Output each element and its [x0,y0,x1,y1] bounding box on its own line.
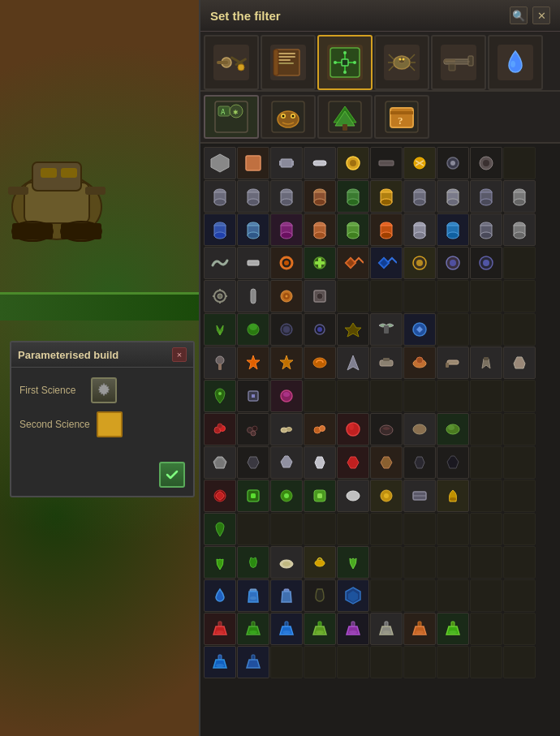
item-cell[interactable] [237,579,269,612]
filter-tab-tree[interactable] [317,95,373,139]
item-cell[interactable] [204,346,236,379]
item-cell[interactable] [204,247,236,279]
item-cell[interactable] [370,147,403,179]
item-cell[interactable] [370,446,403,479]
item-cell[interactable] [304,446,336,479]
item-cell[interactable] [270,247,303,279]
item-cell[interactable] [437,446,469,479]
cat-tab-circuit[interactable] [317,35,373,90]
item-cell[interactable] [337,213,369,246]
item-cell[interactable] [337,346,369,379]
item-cell[interactable] [237,413,269,445]
item-cell[interactable] [304,480,336,512]
item-cell[interactable] [304,413,336,445]
item-cell[interactable] [237,247,269,279]
filter-tab-monster[interactable] [261,95,316,139]
item-cell[interactable] [304,313,336,346]
item-cell[interactable] [237,646,269,678]
item-cell[interactable] [337,180,369,213]
item-cell[interactable] [304,579,336,612]
item-cell[interactable] [370,613,403,645]
item-cell[interactable] [304,613,336,645]
cat-tab-bot[interactable] [374,35,429,90]
item-cell[interactable] [370,413,403,445]
item-cell[interactable] [403,247,436,279]
item-cell[interactable] [270,446,303,479]
item-cell[interactable] [304,280,336,312]
item-cell[interactable] [270,380,303,412]
item-cell[interactable] [370,180,403,213]
item-cell[interactable] [337,413,369,445]
item-cell[interactable] [237,213,269,246]
item-cell[interactable] [437,147,469,179]
item-cell[interactable] [270,147,303,179]
item-cell[interactable] [470,147,502,179]
item-cell[interactable] [204,546,236,579]
item-cell[interactable] [204,380,236,412]
item-cell[interactable] [204,213,236,246]
item-cell[interactable] [270,480,303,512]
item-cell[interactable] [437,613,469,645]
item-cell[interactable] [204,613,236,645]
item-cell[interactable] [470,346,502,379]
param-confirm-button[interactable] [159,462,185,488]
item-cell[interactable] [270,579,303,612]
item-cell[interactable] [337,313,369,346]
item-cell[interactable] [337,546,369,579]
first-science-gear-button[interactable] [91,377,117,403]
item-cell[interactable] [204,480,236,512]
item-cell[interactable] [204,180,236,213]
item-cell[interactable] [337,579,369,612]
item-cell[interactable] [470,213,502,246]
item-cell[interactable] [437,213,469,246]
item-cell[interactable] [437,480,469,512]
item-cell[interactable] [304,180,336,213]
item-cell[interactable] [470,180,502,213]
item-cell[interactable] [403,613,436,645]
item-cell[interactable] [403,213,436,246]
item-cell[interactable] [403,147,436,179]
item-cell[interactable] [204,280,236,312]
item-cell[interactable] [237,180,269,213]
item-cell[interactable] [437,247,469,279]
item-cell[interactable] [237,346,269,379]
item-cell[interactable] [237,546,269,579]
item-cell[interactable] [237,613,269,645]
item-cell[interactable] [204,513,236,545]
item-cell[interactable] [204,413,236,445]
item-cell[interactable] [237,446,269,479]
item-cell[interactable] [270,180,303,213]
item-cell[interactable] [437,180,469,213]
item-cell[interactable] [470,247,502,279]
filter-close-button[interactable]: ✕ [532,6,550,24]
cat-tab-mechanical[interactable] [204,35,259,90]
item-cell[interactable] [237,480,269,512]
item-cell[interactable] [270,346,303,379]
item-cell[interactable] [304,546,336,579]
item-cell[interactable] [503,213,536,246]
item-cell[interactable] [403,346,436,379]
item-cell[interactable] [237,147,269,179]
item-cell[interactable] [403,180,436,213]
item-cell[interactable] [237,280,269,312]
item-cell[interactable] [204,446,236,479]
cat-tab-fluid[interactable] [488,35,543,90]
cat-tab-book[interactable] [261,35,316,90]
item-cell[interactable] [370,213,403,246]
filter-search-button[interactable]: 🔍 [510,6,528,24]
item-cell[interactable] [370,313,403,346]
item-cell[interactable] [437,346,469,379]
item-cell[interactable] [337,247,369,279]
item-cell[interactable] [270,546,303,579]
filter-tab-box[interactable]: ? [374,95,429,139]
item-cell[interactable] [304,213,336,246]
item-cell[interactable] [403,413,436,445]
item-cell[interactable] [204,147,236,179]
item-cell[interactable] [337,613,369,645]
item-cell[interactable] [403,313,436,346]
item-cell[interactable] [204,646,236,678]
item-cell[interactable] [304,147,336,179]
item-cell[interactable] [370,346,403,379]
item-cell[interactable] [270,213,303,246]
item-cell[interactable] [270,613,303,645]
